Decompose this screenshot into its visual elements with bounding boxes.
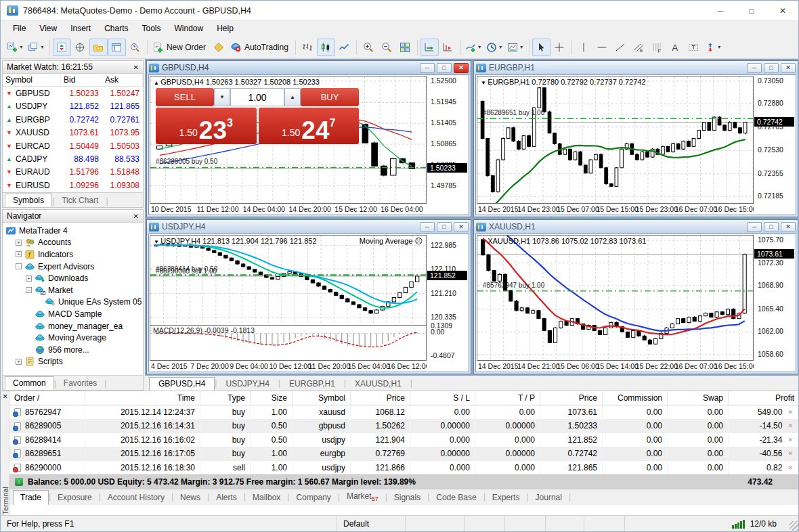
- close-icon[interactable]: ✕: [133, 213, 139, 220]
- market-watch-row[interactable]: ▼GBPUSD1.502331.50247: [3, 87, 143, 99]
- templates-button[interactable]: ▼: [505, 39, 526, 56]
- menu-view[interactable]: View: [33, 22, 64, 35]
- orders-column-type[interactable]: Type: [200, 391, 251, 405]
- resize-grip[interactable]: [790, 521, 799, 531]
- chart-tab-xauusd-h1[interactable]: XAUUSD,H1: [346, 378, 410, 391]
- chart-tab-gbpusd-h4[interactable]: GBPUSD,H4: [149, 377, 215, 391]
- sell-price-button[interactable]: 1.50233: [156, 108, 257, 144]
- minimize-button[interactable]: ─: [420, 63, 435, 73]
- data-window-button[interactable]: [71, 39, 89, 56]
- collapse-icon[interactable]: -: [16, 263, 22, 269]
- market-watch-row[interactable]: ▼EURUSD1.092961.09308: [3, 179, 143, 192]
- metaeditor-button[interactable]: [210, 39, 228, 56]
- orders-column-symbol[interactable]: Symbol: [293, 391, 351, 405]
- chart-window-usdjpy[interactable]: USDJPY,H4─□✕#86289414 buy 0.50#86290000 …: [146, 219, 471, 374]
- trendline-button[interactable]: [611, 39, 630, 56]
- orders-column-price[interactable]: Price: [540, 391, 603, 405]
- minimize-button[interactable]: ─: [705, 1, 736, 20]
- column-header-bid[interactable]: Bid: [61, 74, 102, 86]
- terminal-tab-market[interactable]: Market57: [340, 489, 385, 505]
- market-watch-row[interactable]: ▼XAUUSD1073.611073.95: [3, 127, 143, 139]
- terminal-tab-company[interactable]: Company: [289, 491, 337, 505]
- expand-icon[interactable]: +: [16, 359, 22, 365]
- menu-file[interactable]: File: [6, 22, 33, 35]
- indicators-button[interactable]: ▼: [463, 39, 484, 56]
- new-chart-button[interactable]: ▼: [5, 39, 26, 56]
- orders-column-order[interactable]: Order /: [9, 391, 85, 405]
- tab-tick-chart[interactable]: Tick Chart: [54, 194, 106, 207]
- tab-common[interactable]: Common: [5, 376, 54, 390]
- order-row[interactable]: 862900002015.12.16 16:18:30sell1.00usdjp…: [9, 461, 799, 474]
- order-row[interactable]: 862894142015.12.16 16:16:02buy0.50usdjpy…: [9, 433, 799, 447]
- tile-windows-button[interactable]: [396, 39, 414, 56]
- expand-icon[interactable]: +: [16, 240, 22, 246]
- terminal-tab-code-base[interactable]: Code Base: [429, 491, 483, 505]
- expand-icon[interactable]: +: [16, 251, 22, 257]
- expand-icon[interactable]: +: [26, 275, 32, 282]
- navigator-item-macd-sample[interactable]: MACD Sample: [3, 308, 143, 320]
- close-order-icon[interactable]: ✕: [787, 433, 793, 447]
- restore-button[interactable]: □: [764, 63, 779, 73]
- bar-chart-button[interactable]: [299, 39, 317, 56]
- volume-up-stepper[interactable]: ▲: [284, 88, 301, 106]
- close-icon[interactable]: ✕: [133, 64, 139, 71]
- market-watch-row[interactable]: ▲USDJPY121.852121.865: [3, 100, 143, 113]
- minimize-button[interactable]: ─: [420, 222, 435, 232]
- volume-input[interactable]: 1.00: [230, 88, 284, 106]
- orders-column-commission[interactable]: Commission: [603, 391, 668, 405]
- fibonacci-button[interactable]: F: [648, 39, 666, 56]
- buy-price-button[interactable]: 1.50247: [259, 108, 360, 144]
- periods-button[interactable]: ▼: [484, 39, 505, 56]
- restore-button[interactable]: □: [437, 63, 452, 73]
- column-header-symbol[interactable]: Symbol: [3, 74, 61, 86]
- order-row[interactable]: 862890052015.12.16 16:14:31buy0.50gbpusd…: [9, 419, 799, 433]
- menu-tools[interactable]: Tools: [135, 22, 168, 35]
- chart-plot[interactable]: #85762947 buy 1.00▼ XAUUSD,H1 1073.86 10…: [477, 236, 753, 360]
- orders-column-sl[interactable]: S / L: [410, 391, 475, 405]
- autotrading-button[interactable]: AutoTrading: [228, 39, 293, 56]
- navigator-item-scripts[interactable]: +Scripts: [3, 356, 143, 368]
- navigator-item-accounts[interactable]: +Accounts: [3, 237, 143, 249]
- macd-subwindow[interactable]: MACD(12,26,9) -0.0039 -0.1813: [150, 325, 426, 360]
- menu-charts[interactable]: Charts: [98, 22, 135, 35]
- tab-symbols[interactable]: Symbols: [5, 194, 52, 207]
- terminal-tab-journal[interactable]: Journal: [529, 491, 569, 505]
- navigator-toggle[interactable]: [89, 39, 108, 56]
- terminal-tab-alerts[interactable]: Alerts: [209, 491, 244, 505]
- crosshair-button[interactable]: [550, 39, 569, 56]
- market-watch-row[interactable]: ▲CADJPY88.49888.533: [3, 152, 143, 165]
- chart-window-gbpusd[interactable]: GBPUSD,H4─□✕#86289005 buy 0.50▲ GBPUSD,H…: [146, 60, 471, 217]
- terminal-tab-news[interactable]: News: [173, 491, 207, 505]
- navigator-item-expert-advisors[interactable]: -Expert Advisors: [3, 261, 143, 273]
- collapse-icon[interactable]: -: [26, 287, 32, 293]
- terminal-toggle[interactable]: [108, 39, 126, 56]
- close-button[interactable]: ✕: [767, 1, 798, 20]
- close-order-icon[interactable]: ✕: [787, 405, 793, 419]
- label-button[interactable]: T: [685, 39, 703, 56]
- buy-button[interactable]: BUY: [301, 88, 359, 106]
- navigator-item-indicators[interactable]: +fIndicators: [3, 248, 143, 261]
- market-watch-toggle[interactable]: [53, 39, 71, 56]
- orders-column-profit[interactable]: Profit: [729, 391, 799, 405]
- sell-button[interactable]: SELL: [156, 88, 214, 106]
- menu-window[interactable]: Window: [168, 22, 211, 35]
- orders-column-time[interactable]: Time: [85, 391, 200, 405]
- zoom-out-button[interactable]: [378, 39, 396, 56]
- line-chart-button[interactable]: [335, 39, 353, 56]
- terminal-tab-signals[interactable]: Signals: [387, 491, 427, 505]
- market-watch-row[interactable]: ▼EURAUD1.517961.51848: [3, 166, 143, 179]
- chart-plot[interactable]: #86289414 buy 0.50#86290000 sell 1.00▼ U…: [150, 236, 426, 325]
- terminal-tab-exposure[interactable]: Exposure: [51, 491, 99, 505]
- order-row[interactable]: 857629472015.12.14 12:24:37buy1.00xauusd…: [9, 405, 799, 419]
- chart-plot[interactable]: #86289005 buy 0.50▲ GBPUSD,H4 1.50263 1.…: [150, 76, 426, 203]
- status-profile-segment[interactable]: Default: [337, 516, 406, 531]
- chart-plot[interactable]: #86289651 buy 1.00▼ EURGBP,H1 0.72780 0.…: [477, 76, 753, 203]
- close-button[interactable]: ✕: [454, 63, 469, 73]
- market-watch-row[interactable]: ▼EURCAD1.504491.50503: [3, 139, 143, 152]
- candlestick-button[interactable]: [317, 39, 335, 56]
- market-watch-row[interactable]: ▲EURGBP0.727420.72761: [3, 113, 143, 126]
- zoom-in-button[interactable]: [360, 39, 378, 56]
- maximize-button[interactable]: □: [736, 1, 767, 20]
- new-order-button[interactable]: New Order: [150, 39, 210, 56]
- close-order-icon[interactable]: ✕: [787, 461, 793, 474]
